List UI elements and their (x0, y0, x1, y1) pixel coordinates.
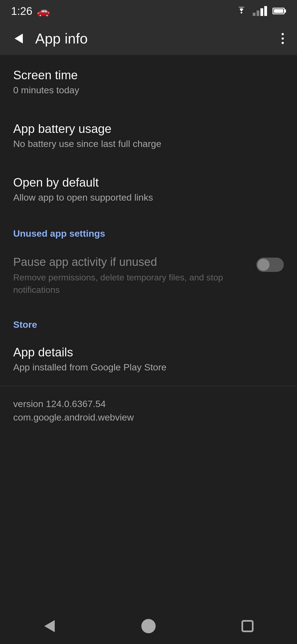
status-bar-left: 1:26 🚗 (11, 5, 50, 17)
pause-app-activity-item[interactable]: Pause app activity if unused Remove perm… (0, 244, 297, 307)
app-details-item[interactable]: App details App installed from Google Pl… (0, 332, 297, 386)
app-battery-subtitle: No battery use since last full charge (13, 138, 284, 149)
pause-app-subtitle: Remove permissions, delete temporary fil… (13, 271, 248, 296)
status-icons-right (236, 6, 286, 16)
back-button[interactable] (11, 31, 26, 46)
app-battery-title: App battery usage (13, 122, 284, 136)
nav-recent-icon (241, 620, 254, 632)
main-content: Screen time 0 minutes today App battery … (0, 55, 297, 435)
back-arrow-icon (15, 34, 23, 43)
status-time: 1:26 (11, 5, 32, 17)
status-bar: 1:26 🚗 (0, 0, 297, 22)
nav-back-button[interactable] (33, 615, 66, 637)
nav-home-icon (141, 619, 156, 633)
version-footer: version 124.0.6367.54 com.google.android… (0, 386, 297, 435)
page-title: App info (35, 30, 88, 47)
open-by-default-title: Open by default (13, 176, 284, 189)
overflow-menu-button[interactable] (279, 31, 286, 46)
pause-app-text: Pause app activity if unused Remove perm… (13, 255, 248, 296)
store-label: Store (13, 319, 37, 330)
overflow-dot-2 (282, 37, 284, 40)
store-header: Store (0, 307, 297, 332)
screen-time-title: Screen time (13, 68, 284, 82)
screen-time-item[interactable]: Screen time 0 minutes today (0, 55, 297, 109)
screen-time-subtitle: 0 minutes today (13, 85, 284, 95)
signal-icon (253, 6, 267, 16)
nav-recent-button[interactable] (231, 615, 264, 637)
app-details-title: App details (13, 345, 284, 359)
battery-icon (273, 8, 286, 14)
app-battery-item[interactable]: App battery usage No battery use since l… (0, 109, 297, 162)
app-bar-left: App info (11, 30, 88, 47)
open-by-default-subtitle: Allow app to open supported links (13, 192, 284, 203)
nav-home-button[interactable] (132, 615, 165, 637)
app-bar: App info (0, 22, 297, 55)
toggle-knob (257, 259, 270, 271)
app-details-subtitle: App installed from Google Play Store (13, 362, 284, 373)
pause-app-title: Pause app activity if unused (13, 255, 248, 269)
package-name-text: com.google.android.webview (13, 412, 284, 423)
nav-bar (0, 608, 297, 644)
overflow-dot-1 (282, 33, 284, 35)
unused-app-settings-header: Unused app settings (0, 216, 297, 244)
wifi-icon (236, 7, 247, 15)
nav-back-icon (44, 620, 55, 632)
open-by-default-item[interactable]: Open by default Allow app to open suppor… (0, 162, 297, 216)
drive-mode-icon: 🚗 (37, 5, 50, 17)
unused-app-settings-label: Unused app settings (13, 228, 105, 239)
version-text: version 124.0.6367.54 (13, 399, 284, 409)
pause-app-toggle[interactable] (256, 258, 284, 272)
overflow-dot-3 (282, 42, 284, 44)
